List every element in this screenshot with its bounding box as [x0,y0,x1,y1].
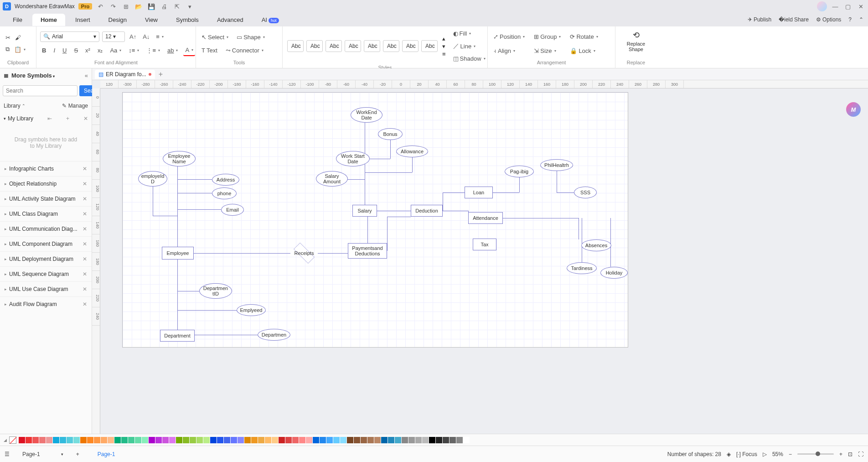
tab-file[interactable]: File [5,14,31,26]
color-swatch[interactable] [429,437,435,443]
color-swatch[interactable] [436,437,442,443]
er-entity-payded[interactable]: Paymentsand Deductions [348,243,387,259]
font-color-button[interactable]: A [183,45,195,56]
open-button[interactable]: 📂 [134,2,143,11]
color-swatch[interactable] [108,437,114,443]
color-swatch[interactable] [128,437,134,443]
superscript-button[interactable]: x² [83,45,92,56]
er-attribute-emplyeed[interactable]: Emplyeed [237,304,266,316]
er-attribute-absences[interactable]: Absences [581,239,611,251]
line-button[interactable]: ／ Line [451,40,487,52]
er-attribute-workstart[interactable]: Work Start Date [336,151,370,166]
document-tab[interactable]: ▤ ER Diagram fo... [95,70,155,79]
color-swatch[interactable] [149,437,155,443]
options-button[interactable]: ⚙ Options [816,16,841,23]
color-swatch[interactable] [313,437,319,443]
close-icon[interactable]: ✕ [83,301,87,307]
close-icon[interactable]: ✕ [83,256,87,262]
color-swatch[interactable] [443,437,449,443]
color-swatch[interactable] [333,437,340,443]
color-swatch[interactable] [285,437,292,443]
color-swatch[interactable] [231,437,237,443]
close-icon[interactable]: ✕ [83,166,87,172]
color-swatch[interactable] [272,437,278,443]
share-button[interactable]: �ield Share [779,16,809,23]
er-attribute-workend[interactable]: WorkEnd Date [351,107,382,123]
color-swatch[interactable] [402,437,408,443]
cut-button[interactable]: ✂ [4,32,12,43]
sidebar-category[interactable]: Audit Flow Diagram✕ [0,296,92,311]
mylib-import-icon[interactable]: ⇤ [47,115,52,122]
er-attribute-deptid[interactable]: Departmen tID [199,283,232,299]
color-swatch[interactable] [162,437,169,443]
underline-button[interactable]: U [61,45,68,56]
add-tab-button[interactable]: + [159,70,163,78]
presentation-icon[interactable]: ▷ [763,451,767,457]
connector-tool[interactable]: ⤳ Connector [224,45,265,56]
sidebar-category[interactable]: Infographic Charts✕ [0,161,92,176]
color-swatch[interactable] [32,437,39,443]
color-swatch[interactable] [320,437,326,443]
color-swatch[interactable] [46,437,52,443]
decrease-font-button[interactable]: A↓ [141,31,151,42]
font-size-select[interactable]: 12 ▾ [102,31,125,42]
sidebar-category[interactable]: UML Component Diagram✕ [0,236,92,251]
er-attribute-salamt[interactable]: Salary Amount [316,171,348,187]
close-button[interactable]: ✕ [856,2,865,11]
er-attribute-philh[interactable]: PhilHealtrh [540,159,573,171]
gallery-down-icon[interactable]: ▾ [442,43,446,50]
color-swatch[interactable] [463,437,470,443]
undo-button[interactable]: ↶ [96,2,105,11]
bullets-button[interactable]: ⋮≡ [145,45,162,56]
zoom-in-button[interactable]: + [839,451,842,457]
fit-page-icon[interactable]: ⊡ [848,451,852,457]
gallery-more-icon[interactable]: ≡ [442,51,446,57]
position-button[interactable]: ⤢ Position [491,31,527,42]
color-swatch[interactable] [190,437,196,443]
close-icon[interactable]: ✕ [83,226,87,232]
help-button[interactable]: ? [848,16,852,23]
mylib-close-icon[interactable]: ✕ [83,115,88,122]
sidebar-category[interactable]: UML Activity State Diagram✕ [0,191,92,206]
er-entity-deduction[interactable]: Deduction [411,205,443,217]
color-swatch[interactable] [422,437,429,443]
rotate-button[interactable]: ⟳ Rotate [568,31,599,42]
color-swatch[interactable] [114,437,121,443]
color-swatch[interactable] [94,437,100,443]
shadow-button[interactable]: ◫ Shadow [451,53,487,64]
close-icon[interactable]: ✕ [83,211,87,217]
color-swatch[interactable] [265,437,271,443]
er-attribute-allowance[interactable]: Allowance [396,145,428,157]
style-preset-0[interactable]: Abc [287,40,304,52]
more-qat-button[interactable]: ▾ [185,2,194,11]
er-entity-attendance[interactable]: Attendance [468,212,503,224]
save-button[interactable]: 💾 [147,2,156,11]
color-swatch[interactable] [456,437,463,443]
color-swatch[interactable] [258,437,264,443]
color-swatch[interactable] [217,437,223,443]
maximize-button[interactable]: ▢ [843,2,852,11]
color-swatch[interactable] [101,437,107,443]
style-preset-7[interactable]: Abc [421,40,438,52]
color-swatch[interactable] [121,437,128,443]
group-button[interactable]: ⊞ Group [532,31,563,42]
color-swatch[interactable] [367,437,374,443]
layers-icon[interactable]: ◈ [727,451,731,457]
color-swatch[interactable] [244,437,251,443]
color-swatch[interactable] [388,437,394,443]
color-swatch[interactable] [135,437,141,443]
print-button[interactable]: 🖨 [160,2,169,11]
library-label[interactable]: Library [4,103,21,109]
new-button[interactable]: ⊞ [121,2,130,11]
zoom-slider[interactable] [797,453,834,455]
close-icon[interactable]: ✕ [83,196,87,202]
er-relation-receipts[interactable]: Receipts [290,245,318,261]
color-swatch[interactable] [80,437,87,443]
symbol-drop-zone[interactable]: Drag symbols here to add to My Library [3,127,89,158]
er-attribute-pagibig[interactable]: Pag-ibig [505,166,534,177]
close-icon[interactable]: ✕ [83,286,87,292]
sidebar-category[interactable]: UML Deployment Diagram✕ [0,251,92,266]
publish-button[interactable]: ✈ Publish [748,16,771,23]
color-swatch[interactable] [299,437,305,443]
color-swatch[interactable] [39,437,46,443]
